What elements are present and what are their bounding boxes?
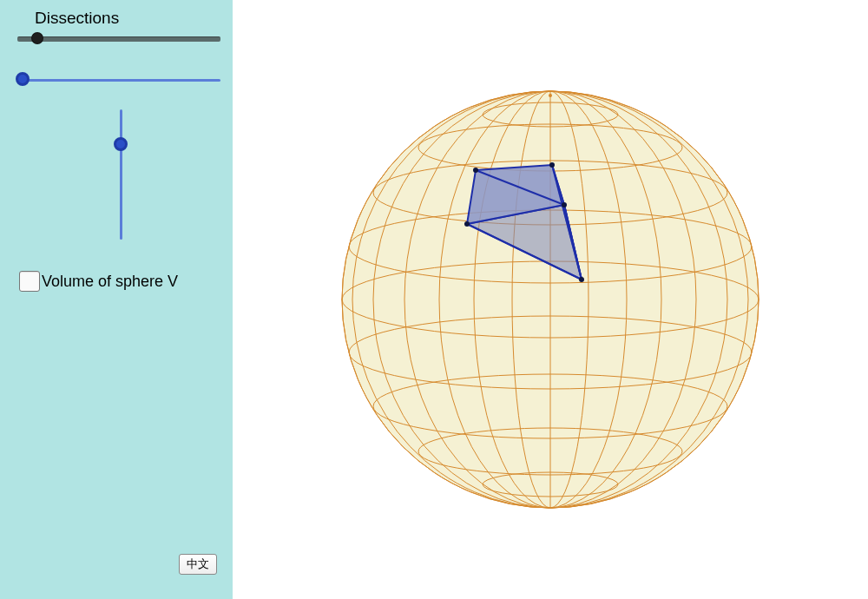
slider-thumb[interactable] <box>31 32 43 44</box>
slider-track <box>17 36 220 42</box>
svg-point-26 <box>549 162 555 168</box>
slider-thumb[interactable] <box>114 137 128 151</box>
svg-point-29 <box>579 277 584 282</box>
volume-checkbox-row: Volume of sphere V <box>19 271 178 292</box>
volume-checkbox[interactable] <box>19 271 40 292</box>
slider-thumb[interactable] <box>16 72 30 86</box>
volume-checkbox-label: Volume of sphere V <box>42 273 178 291</box>
sphere-scene <box>233 0 868 599</box>
horizontal-slider-2[interactable] <box>0 71 233 92</box>
svg-point-27 <box>562 202 567 207</box>
north-pole-point <box>549 94 552 97</box>
3d-viewport[interactable] <box>233 0 868 599</box>
svg-point-25 <box>473 168 478 173</box>
slider-track <box>120 109 122 240</box>
svg-point-28 <box>464 221 470 227</box>
language-button[interactable]: 中文 <box>179 554 217 575</box>
vertical-slider[interactable] <box>111 109 132 240</box>
dissections-slider[interactable] <box>0 30 233 50</box>
app-root: Dissections Volume of sphere V 中文 <box>0 0 868 599</box>
dissections-title: Dissections <box>35 9 233 28</box>
slider-track <box>17 79 220 82</box>
control-sidebar: Dissections Volume of sphere V 中文 <box>0 0 233 599</box>
